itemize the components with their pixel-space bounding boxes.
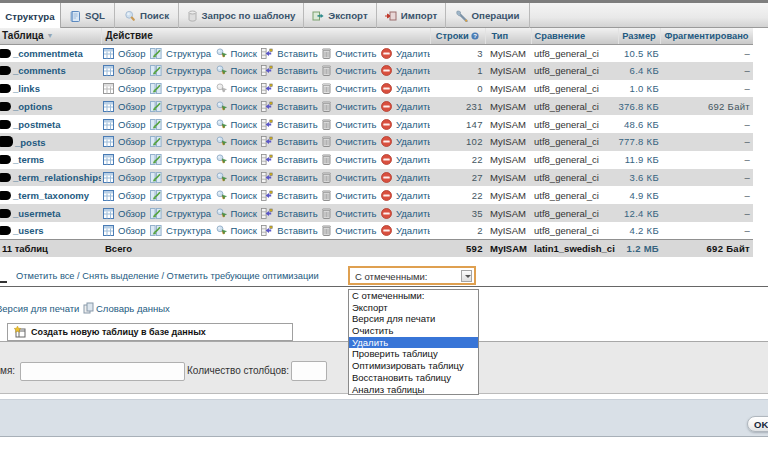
svg-text:?: ? (473, 33, 477, 39)
